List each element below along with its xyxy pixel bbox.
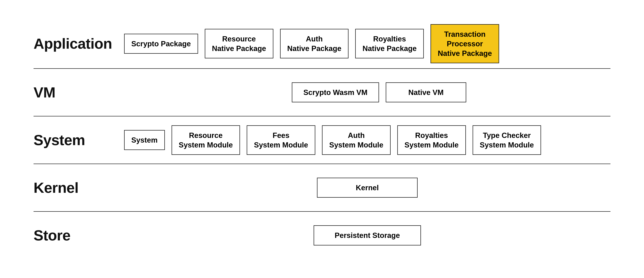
royalties-system-module-box: RoyaltiesSystem Module — [397, 125, 466, 155]
fees-system-module-box: FeesSystem Module — [247, 125, 315, 155]
tx-processor-native-package-box: TransactionProcessorNative Package — [430, 24, 499, 64]
scrypto-wasm-vm-box: Scrypto Wasm VM — [292, 82, 379, 102]
system-box: System — [124, 130, 165, 150]
application-layer: Application Scrypto Package ResourceNati… — [34, 19, 610, 69]
resource-system-module-box: ResourceSystem Module — [172, 125, 240, 155]
vm-content: Scrypto Wasm VM Native VM — [114, 82, 610, 102]
kernel-content: Kernel — [114, 178, 610, 198]
diagram-container: Application Scrypto Package ResourceNati… — [20, 9, 624, 269]
persistent-storage-box: Persistent Storage — [314, 225, 421, 245]
system-label: System — [34, 132, 114, 149]
system-layer: System System ResourceSystem Module Fees… — [34, 116, 610, 164]
royalties-native-package-box: RoyaltiesNative Package — [355, 29, 424, 58]
application-content: Scrypto Package ResourceNative Package A… — [114, 24, 610, 64]
auth-native-package-box: AuthNative Package — [280, 29, 349, 58]
store-label: Store — [34, 227, 114, 244]
native-vm-box: Native VM — [386, 82, 466, 102]
vm-layer: VM Scrypto Wasm VM Native VM — [34, 69, 610, 116]
auth-system-module-box: AuthSystem Module — [322, 125, 390, 155]
vm-label: VM — [34, 84, 114, 101]
system-content: System ResourceSystem Module FeesSystem … — [114, 125, 610, 155]
kernel-box: Kernel — [317, 178, 418, 198]
store-layer: Store Persistent Storage — [34, 212, 610, 259]
type-checker-system-module-box: Type CheckerSystem Module — [472, 125, 541, 155]
scrypto-package-box: Scrypto Package — [124, 34, 198, 54]
resource-native-package-box: ResourceNative Package — [205, 29, 273, 58]
store-content: Persistent Storage — [114, 225, 610, 245]
kernel-layer: Kernel Kernel — [34, 164, 610, 212]
kernel-label: Kernel — [34, 179, 114, 196]
application-label: Application — [34, 35, 114, 52]
